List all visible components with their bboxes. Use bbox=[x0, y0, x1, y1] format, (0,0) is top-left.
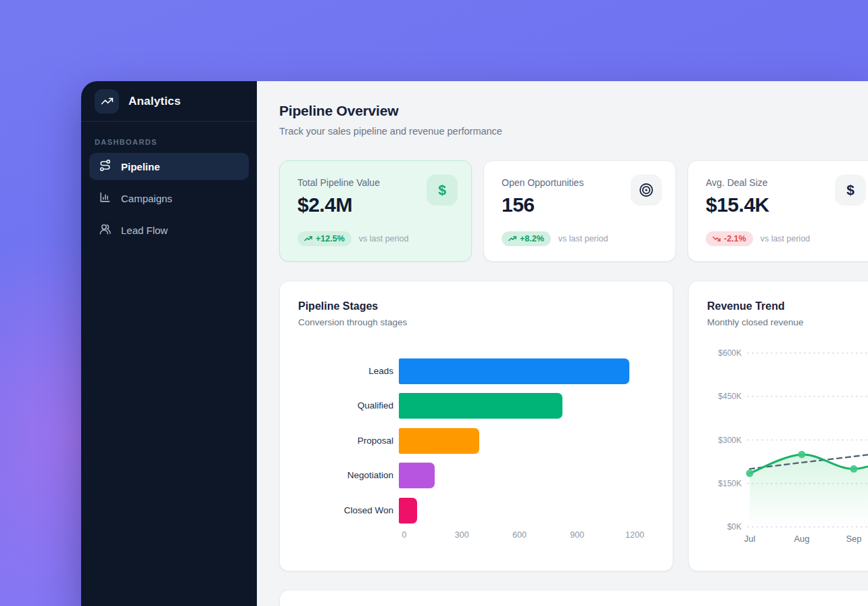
kpi-note: vs last period bbox=[359, 234, 409, 243]
app-window: Analytics DASHBOARDS Pipeline bbox=[81, 81, 868, 606]
bar-chart-x-axis: 03006009001200 bbox=[404, 530, 635, 541]
brand: Analytics bbox=[81, 81, 257, 122]
area-fill bbox=[750, 452, 868, 527]
bar bbox=[399, 498, 417, 523]
y-tick-label: $150K bbox=[718, 479, 742, 488]
kpi-card-total-pipeline-value: Total Pipeline Value $2.4M +12.5% vs las… bbox=[279, 160, 472, 262]
data-point bbox=[746, 469, 754, 477]
pipeline-stages-card: Pipeline Stages Conversion through stage… bbox=[279, 281, 673, 572]
kpi-row: Total Pipeline Value $2.4M +12.5% vs las… bbox=[279, 160, 868, 262]
trending-down-icon bbox=[713, 235, 721, 243]
sidebar-section-label: DASHBOARDS bbox=[95, 138, 243, 146]
y-tick-label: $0K bbox=[727, 522, 742, 532]
charts-row: Pipeline Stages Conversion through stage… bbox=[279, 281, 868, 572]
dollar-icon: $ bbox=[835, 174, 866, 206]
trending-up-icon bbox=[304, 235, 312, 243]
sidebar-item-label: Pipeline bbox=[121, 161, 160, 172]
page-title: Pipeline Overview bbox=[279, 103, 398, 119]
brand-name: Analytics bbox=[128, 95, 180, 108]
line-chart: $0K$150K$300K$450K$600KJulAugSep bbox=[689, 281, 868, 572]
bar-chart-icon bbox=[99, 191, 112, 206]
x-tick-label: 300 bbox=[455, 530, 469, 540]
bar bbox=[399, 393, 562, 419]
bar bbox=[399, 463, 435, 488]
users-icon bbox=[99, 223, 112, 237]
x-tick-label: Sep bbox=[846, 534, 861, 544]
y-tick-label: $300K bbox=[718, 436, 742, 445]
chart-subtitle: Conversion through stages bbox=[298, 317, 407, 327]
dollar-icon: $ bbox=[427, 174, 458, 206]
bar-category-label: Leads bbox=[280, 366, 399, 377]
bar-row: Leads bbox=[280, 354, 673, 389]
sidebar-nav: Pipeline Campaigns bbox=[81, 153, 257, 243]
sidebar-item-pipeline[interactable]: Pipeline bbox=[89, 153, 249, 180]
bottom-card bbox=[279, 590, 868, 606]
bar-row: Closed Won bbox=[280, 493, 673, 528]
bar bbox=[399, 428, 479, 454]
bar-category-label: Qualified bbox=[280, 400, 399, 411]
bar-category-label: Closed Won bbox=[280, 505, 399, 516]
bar bbox=[399, 358, 629, 384]
delta-badge: +8.2% bbox=[502, 231, 551, 246]
y-tick-label: $600K bbox=[718, 348, 742, 358]
kpi-card-avg-deal-size: Avg. Deal Size $15.4K -2.1% vs last peri… bbox=[688, 160, 868, 262]
target-icon bbox=[631, 174, 662, 206]
main-content: Pipeline Overview Track your sales pipel… bbox=[257, 81, 868, 606]
x-tick-label: 600 bbox=[512, 530, 527, 540]
bar-row: Negotiation bbox=[280, 459, 673, 494]
y-tick-label: $450K bbox=[718, 392, 742, 401]
revenue-trend-card: Revenue Trend Monthly closed revenue $0K… bbox=[688, 281, 868, 572]
bar-chart: LeadsQualifiedProposalNegotiationClosed … bbox=[280, 354, 673, 528]
sidebar-item-label: Lead Flow bbox=[121, 225, 168, 236]
delta-badge: -2.1% bbox=[706, 231, 753, 246]
bar-row: Qualified bbox=[280, 389, 673, 424]
kpi-note: vs last period bbox=[761, 234, 811, 243]
sidebar-item-campaigns[interactable]: Campaigns bbox=[89, 185, 249, 212]
chart-title: Pipeline Stages bbox=[298, 300, 378, 312]
kpi-note: vs last period bbox=[558, 234, 608, 243]
trending-up-icon bbox=[508, 235, 516, 243]
page-subtitle: Track your sales pipeline and revenue pe… bbox=[279, 126, 502, 137]
bar-row: Proposal bbox=[280, 423, 673, 459]
route-icon bbox=[99, 159, 112, 174]
kpi-card-open-opportunities: Open Opportunities 156 +8.2% vs last per… bbox=[483, 160, 676, 262]
x-tick-label: Aug bbox=[794, 534, 809, 544]
bar-category-label: Negotiation bbox=[280, 470, 399, 481]
x-tick-label: 0 bbox=[402, 530, 407, 540]
x-tick-label: 900 bbox=[570, 530, 584, 540]
sidebar-item-lead-flow[interactable]: Lead Flow bbox=[89, 216, 249, 243]
analytics-logo-icon bbox=[95, 89, 119, 114]
data-point bbox=[850, 465, 858, 473]
sidebar-item-label: Campaigns bbox=[121, 193, 172, 204]
bar-category-label: Proposal bbox=[280, 436, 399, 446]
sidebar: Analytics DASHBOARDS Pipeline bbox=[81, 81, 257, 606]
desktop-background: Analytics DASHBOARDS Pipeline bbox=[0, 0, 868, 606]
x-tick-label: 1200 bbox=[625, 530, 644, 540]
data-point bbox=[798, 450, 806, 458]
delta-badge: +12.5% bbox=[297, 231, 352, 246]
x-tick-label: Jul bbox=[744, 534, 756, 544]
